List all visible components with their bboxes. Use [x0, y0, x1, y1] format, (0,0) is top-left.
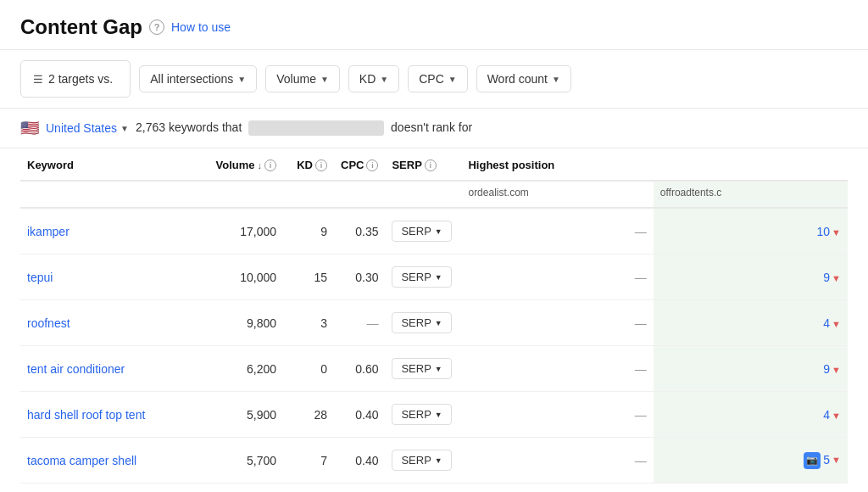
- domain-header-row: ordealist.com offroadtents.c: [20, 181, 848, 208]
- blurred-domain: [248, 120, 384, 136]
- serp-cell: SERP ▼: [385, 300, 461, 346]
- targets-label: 2 targets vs.: [48, 72, 113, 86]
- serp-button[interactable]: SERP ▼: [392, 312, 451, 333]
- kd-cell: 7: [283, 438, 334, 484]
- keyword-cell: tent air conditioner: [20, 346, 207, 392]
- trend-icon: ▼: [832, 273, 841, 283]
- header: Content Gap ? How to use: [0, 0, 868, 50]
- keyword-link[interactable]: ikamper: [27, 225, 70, 238]
- keyword-count-text: 2,763 keywords that doesn't rank for: [136, 120, 472, 136]
- table-body: ikamper17,00090.35SERP ▼—10▼tepui10,0001…: [20, 208, 848, 484]
- serp-cell: SERP ▼: [385, 208, 461, 254]
- chevron-down-icon: ▼: [380, 75, 388, 84]
- keyword-cell: hard shell roof top tent: [20, 392, 207, 438]
- country-selector[interactable]: United States ▼: [46, 121, 129, 135]
- volume-cell: 5,900: [207, 392, 283, 438]
- filter-icon: ☰: [33, 73, 43, 86]
- country-name: United States: [46, 121, 117, 135]
- serp-cell: SERP ▼: [385, 346, 461, 392]
- trend-icon: ▼: [832, 455, 841, 465]
- trend-icon: ▼: [832, 227, 841, 238]
- domain2-position-cell: 4▼: [654, 300, 848, 346]
- word-count-label: Word count: [487, 72, 548, 86]
- toolbar: ☰ 2 targets vs. All intersections ▼ Volu…: [0, 50, 868, 109]
- help-icon[interactable]: ?: [149, 20, 164, 35]
- keyword-link[interactable]: tepui: [27, 271, 53, 284]
- cpc-cell: 0.40: [334, 392, 385, 438]
- volume-dropdown[interactable]: Volume ▼: [265, 65, 340, 92]
- page-title: Content Gap: [20, 15, 142, 39]
- domain2-position-value: 4: [823, 408, 830, 422]
- domain2-icon-badge: 📷: [804, 452, 821, 469]
- keyword-cell: ikamper: [20, 208, 207, 254]
- table-row: tacoma camper shell5,70070.40SERP ▼—📷5▼: [20, 438, 848, 484]
- chevron-down-icon: ▼: [552, 75, 560, 84]
- chevron-down-icon: ▼: [448, 75, 457, 84]
- doesnt-rank-text: doesn't rank for: [391, 120, 472, 134]
- table-row: roofnest9,8003—SERP ▼—4▼: [20, 300, 848, 346]
- volume-info-icon[interactable]: i: [264, 159, 276, 171]
- domain2-position-value: 10: [817, 225, 831, 238]
- volume-cell: 17,000: [207, 208, 283, 254]
- domain2-position-cell: 📷5▼: [654, 438, 848, 484]
- table-row: tepui10,000150.30SERP ▼—9▼: [20, 254, 848, 300]
- serp-button[interactable]: SERP ▼: [392, 404, 451, 425]
- keyword-cell: roofnest: [20, 300, 207, 346]
- cpc-col-header: CPC i: [334, 148, 385, 181]
- kd-cell: 28: [283, 392, 334, 438]
- serp-info-icon[interactable]: i: [425, 159, 437, 171]
- serp-button[interactable]: SERP ▼: [392, 450, 451, 471]
- how-to-use-link[interactable]: How to use: [171, 20, 231, 34]
- keyword-link[interactable]: hard shell roof top tent: [27, 408, 145, 422]
- word-count-dropdown[interactable]: Word count ▼: [476, 65, 571, 92]
- trend-icon: ▼: [832, 365, 841, 375]
- volume-col-header: Volume ↓ i: [207, 148, 283, 181]
- table-row: ikamper17,00090.35SERP ▼—10▼: [20, 208, 848, 254]
- kd-info-icon[interactable]: i: [315, 159, 327, 171]
- domain1-position-cell: —: [461, 254, 653, 300]
- page: Content Gap ? How to use ☰ 2 targets vs.…: [0, 0, 868, 492]
- keyword-col-header: Keyword: [20, 148, 207, 181]
- serp-button[interactable]: SERP ▼: [392, 358, 451, 379]
- intersections-dropdown[interactable]: All intersections ▼: [139, 65, 257, 92]
- kd-cell: 9: [283, 208, 334, 254]
- cpc-cell: 0.60: [334, 346, 385, 392]
- serp-cell: SERP ▼: [385, 438, 461, 484]
- trend-icon: ▼: [832, 411, 841, 421]
- intersections-label: All intersections: [150, 72, 233, 86]
- domain2-position-value: 9: [823, 362, 830, 376]
- domain1-position-cell: —: [461, 208, 653, 254]
- domain2-position-cell: 10▼: [654, 208, 848, 254]
- serp-button[interactable]: SERP ▼: [392, 266, 451, 288]
- domain1-position-cell: —: [461, 392, 653, 438]
- domain2-position-value: 5: [823, 452, 830, 466]
- domain2-position-cell: 9▼: [654, 346, 848, 392]
- targets-filter-button[interactable]: ☰ 2 targets vs.: [20, 60, 131, 98]
- cpc-dropdown[interactable]: CPC ▼: [408, 65, 467, 92]
- cpc-label: CPC: [419, 72, 444, 86]
- kd-dropdown[interactable]: KD ▼: [348, 65, 399, 92]
- serp-cell: SERP ▼: [385, 392, 461, 438]
- table-container: Keyword Volume ↓ i KD i: [0, 148, 868, 484]
- serp-cell: SERP ▼: [385, 254, 461, 300]
- keyword-cell: tacoma camper shell: [20, 438, 207, 484]
- keyword-link[interactable]: roofnest: [27, 316, 70, 330]
- kd-label: KD: [359, 72, 376, 86]
- keyword-link[interactable]: tacoma camper shell: [27, 454, 136, 467]
- cpc-cell: 0.40: [334, 438, 385, 484]
- chevron-down-icon: ▼: [320, 75, 329, 84]
- domain2-header: offroadtents.c: [654, 181, 848, 208]
- domain2-position-cell: 9▼: [654, 254, 848, 300]
- domain1-header: ordealist.com: [461, 181, 653, 208]
- domain2-position-cell: 4▼: [654, 392, 848, 438]
- keyword-link[interactable]: tent air conditioner: [27, 362, 125, 376]
- table-header-row: Keyword Volume ↓ i KD i: [20, 148, 848, 181]
- serp-button[interactable]: SERP ▼: [392, 221, 451, 242]
- cpc-info-icon[interactable]: i: [366, 159, 378, 171]
- sub-header: 🇺🇸 United States ▼ 2,763 keywords that d…: [0, 109, 868, 148]
- kd-col-header: KD i: [283, 148, 334, 181]
- cpc-cell: 0.30: [334, 254, 385, 300]
- domain1-position-cell: —: [461, 346, 653, 392]
- domain2-position-value: 4: [823, 316, 830, 330]
- table-row: hard shell roof top tent5,900280.40SERP …: [20, 392, 848, 438]
